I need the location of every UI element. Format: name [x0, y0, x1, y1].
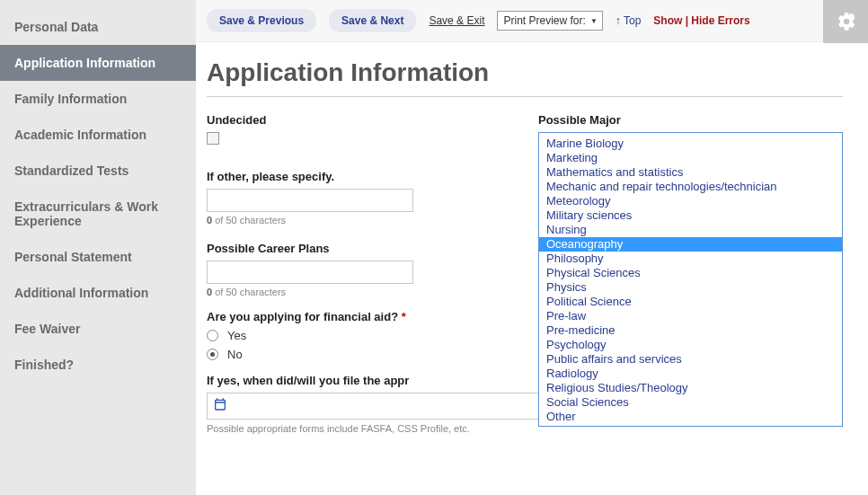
major-option[interactable]: Radiology	[539, 367, 842, 381]
content: Application Information Undecided Possib…	[196, 42, 868, 434]
major-option[interactable]: Psychology	[539, 338, 842, 352]
major-option[interactable]: Meteorology	[539, 194, 842, 208]
sidebar-item-academic-information[interactable]: Academic Information	[0, 117, 196, 153]
major-option[interactable]: Oceanography	[539, 237, 842, 252]
financial-aid-yes-label: Yes	[227, 329, 246, 342]
sidebar-item-additional-information[interactable]: Additional Information	[0, 275, 196, 311]
possible-major-label: Possible Major	[538, 113, 843, 127]
top-link-label: Top	[624, 14, 641, 27]
other-specify-helper: 0 of 50 characters	[207, 215, 511, 225]
required-asterisk: *	[402, 310, 406, 323]
major-option[interactable]: Social Sciences	[539, 395, 842, 410]
up-arrow-icon: ↑	[616, 14, 624, 27]
undecided-checkbox[interactable]	[207, 132, 219, 145]
sidebar-item-fee-waiver[interactable]: Fee Waiver	[0, 311, 196, 347]
save-previous-button[interactable]: Save & Previous	[207, 9, 316, 32]
sidebar-item-personal-statement[interactable]: Personal Statement	[0, 239, 196, 275]
save-exit-link[interactable]: Save & Exit	[429, 14, 484, 27]
major-option[interactable]: Other	[539, 410, 842, 424]
major-option[interactable]: Mathematics and statistics	[539, 165, 842, 180]
sidebar-item-standardized-tests[interactable]: Standardized Tests	[0, 153, 196, 189]
page-title: Application Information	[207, 58, 843, 87]
print-preview-select[interactable]: Print Preview for:	[497, 11, 602, 31]
major-option[interactable]: Mechanic and repair technologies/technic…	[539, 180, 842, 194]
financial-aid-no-label: No	[227, 348, 243, 361]
divider	[207, 96, 843, 97]
major-option[interactable]: Nursing	[539, 223, 842, 237]
financial-aid-yes-radio[interactable]	[207, 330, 218, 341]
career-plans-helper: 0 of 50 characters	[207, 287, 511, 297]
sidebar-item-finished[interactable]: Finished?	[0, 347, 196, 383]
gear-icon	[834, 10, 857, 33]
major-option[interactable]: Military sciences	[539, 208, 842, 223]
major-option[interactable]: Political Science	[539, 295, 842, 309]
toolbar: Save & Previous Save & Next Save & Exit …	[196, 0, 868, 42]
major-option[interactable]: Pre-medicine	[539, 323, 842, 338]
sidebar-item-family-information[interactable]: Family Information	[0, 81, 196, 117]
major-option[interactable]: Pre-law	[539, 309, 842, 323]
sidebar-item-application-information[interactable]: Application Information	[0, 45, 196, 81]
other-specify-input[interactable]	[207, 189, 413, 212]
svg-point-0	[848, 13, 855, 19]
financial-aid-no-radio[interactable]	[207, 349, 218, 360]
major-option[interactable]: Public affairs and services	[539, 352, 842, 367]
undecided-label: Undecided	[207, 113, 511, 127]
sidebar-item-extracurriculars[interactable]: Extracurriculars & Work Experience	[0, 189, 196, 239]
major-option[interactable]: Marketing	[539, 151, 842, 165]
major-option[interactable]: Religious Studies/Theology	[539, 381, 842, 395]
save-next-button[interactable]: Save & Next	[329, 9, 416, 32]
calendar-icon	[213, 397, 227, 415]
top-link[interactable]: ↑ Top	[616, 14, 641, 27]
show-hide-errors-link[interactable]: Show | Hide Errors	[653, 14, 749, 27]
major-option[interactable]: Marine Biology	[539, 137, 842, 151]
sidebar: Personal Data Application Information Fa…	[0, 0, 196, 495]
possible-major-dropdown[interactable]: Marine BiologyMarketingMathematics and s…	[538, 135, 843, 427]
sidebar-item-personal-data[interactable]: Personal Data	[0, 9, 196, 45]
other-specify-label: If other, please specify.	[207, 170, 511, 183]
major-option[interactable]: Physical Sciences	[539, 266, 842, 280]
career-plans-input[interactable]	[207, 261, 413, 284]
career-plans-label: Possible Career Plans	[207, 242, 511, 255]
main: Save & Previous Save & Next Save & Exit …	[196, 0, 868, 495]
major-option[interactable]: Physics	[539, 280, 842, 295]
settings-button[interactable]	[823, 0, 868, 43]
major-option[interactable]: Philosophy	[539, 252, 842, 266]
